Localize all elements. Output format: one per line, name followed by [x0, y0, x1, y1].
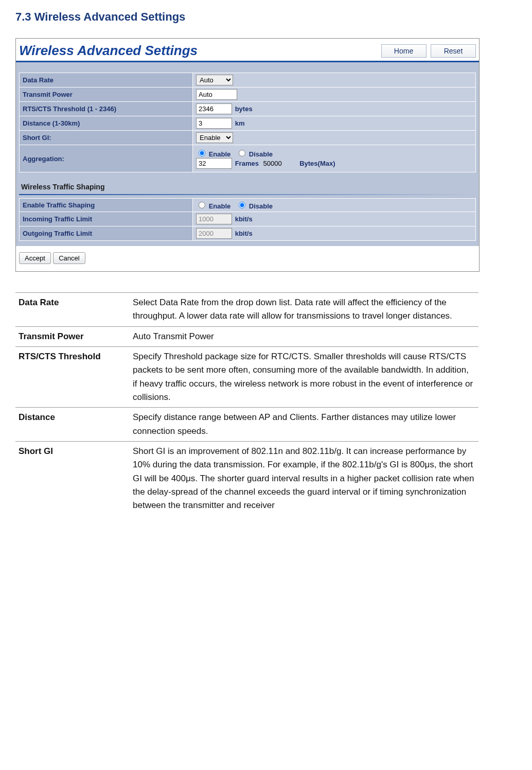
- row-outgoing: Outgoing Traffic Limit kbit/s: [20, 226, 476, 241]
- input-outgoing[interactable]: [196, 228, 232, 239]
- desc-defn: Specify distance range between AP and Cl…: [130, 408, 478, 442]
- input-incoming[interactable]: [196, 214, 232, 224]
- radio-shape-enable-wrap[interactable]: Enable: [196, 202, 233, 210]
- desc-row: Data Rate Select Data Rate from the drop…: [15, 293, 478, 327]
- label-rtscts: RTS/CTS Threshold (1 - 2346): [20, 102, 193, 116]
- section-heading: 7.3 Wireless Advanced Settings: [15, 10, 517, 24]
- reset-button[interactable]: Reset: [431, 44, 476, 58]
- input-transmit-power[interactable]: [196, 89, 237, 100]
- radio-agg-disable-wrap[interactable]: Disable: [236, 150, 273, 158]
- desc-defn: Short GI is an improvement of 802.11n an…: [130, 442, 478, 516]
- radio-agg-disable-label: Disable: [249, 150, 273, 158]
- radio-shape-enable-label: Enable: [209, 202, 231, 210]
- radio-shape-disable-label: Disable: [249, 202, 273, 210]
- desc-defn: Select Data Rate from the drop down list…: [130, 293, 478, 327]
- desc-term: RTS/CTS Threshold: [15, 347, 130, 408]
- row-rtscts: RTS/CTS Threshold (1 - 2346) bytes: [20, 102, 476, 116]
- label-data-rate: Data Rate: [20, 73, 193, 87]
- desc-row: Short GI Short GI is an improvement of 8…: [15, 442, 478, 516]
- radio-shape-disable[interactable]: [239, 202, 245, 208]
- label-transmit-power: Transmit Power: [20, 87, 193, 102]
- input-agg-bytes[interactable]: [261, 158, 297, 169]
- select-data-rate[interactable]: Auto: [196, 75, 233, 85]
- row-transmit-power: Transmit Power: [20, 87, 476, 102]
- accept-button[interactable]: Accept: [19, 252, 51, 264]
- radio-agg-enable[interactable]: [199, 150, 205, 156]
- row-incoming: Incoming Traffic Limit kbit/s: [20, 212, 476, 226]
- row-data-rate: Data Rate Auto: [20, 73, 476, 87]
- label-short-gi: Short GI:: [20, 131, 193, 145]
- desc-row: Distance Specify distance range between …: [15, 408, 478, 442]
- desc-term: Short GI: [15, 442, 130, 516]
- select-short-gi[interactable]: Enable: [196, 132, 233, 143]
- unit-incoming: kbit/s: [235, 215, 253, 223]
- row-distance: Distance (1-30km) km: [20, 116, 476, 131]
- divider: [19, 194, 476, 195]
- desc-row: Transmit Power Auto Transmit Power: [15, 326, 478, 346]
- cancel-button[interactable]: Cancel: [53, 252, 85, 264]
- desc-term: Transmit Power: [15, 326, 130, 346]
- panel-title: Wireless Advanced Settings: [19, 43, 198, 59]
- unit-bytes: Bytes(Max): [299, 160, 335, 167]
- unit-distance: km: [235, 119, 245, 127]
- desc-term: Data Rate: [15, 293, 130, 327]
- radio-agg-enable-label: Enable: [209, 150, 231, 158]
- row-aggregation: Aggregation: Enable Disable Frames: [20, 145, 476, 172]
- label-enable-shaping: Enable Traffic Shaping: [20, 199, 193, 212]
- input-agg-frames[interactable]: [196, 158, 232, 169]
- label-distance: Distance (1-30km): [20, 116, 193, 131]
- input-distance[interactable]: [196, 118, 232, 129]
- description-table: Data Rate Select Data Rate from the drop…: [15, 292, 478, 516]
- radio-shape-enable[interactable]: [199, 202, 205, 208]
- row-enable-shaping: Enable Traffic Shaping Enable Disable: [20, 199, 476, 212]
- desc-term: Distance: [15, 408, 130, 442]
- subheading-traffic-shaping: Wireless Traffic Shaping: [19, 172, 476, 194]
- radio-agg-disable[interactable]: [239, 150, 245, 156]
- label-outgoing: Outgoing Traffic Limit: [20, 226, 193, 241]
- unit-rtscts: bytes: [235, 105, 253, 113]
- desc-defn: Specify Threshold package size for RTC/C…: [130, 347, 478, 408]
- unit-outgoing: kbit/s: [235, 230, 253, 237]
- settings-panel: Wireless Advanced Settings Home Reset Da…: [15, 38, 480, 272]
- desc-defn: Auto Transmit Power: [130, 326, 478, 346]
- unit-frames: Frames: [235, 160, 259, 167]
- radio-agg-enable-wrap[interactable]: Enable: [196, 150, 233, 158]
- label-incoming: Incoming Traffic Limit: [20, 212, 193, 226]
- desc-row: RTS/CTS Threshold Specify Threshold pack…: [15, 347, 478, 408]
- label-aggregation: Aggregation:: [20, 145, 193, 172]
- home-button[interactable]: Home: [381, 44, 427, 58]
- input-rtscts[interactable]: [196, 103, 232, 114]
- radio-shape-disable-wrap[interactable]: Disable: [236, 202, 273, 210]
- row-short-gi: Short GI: Enable: [20, 131, 476, 145]
